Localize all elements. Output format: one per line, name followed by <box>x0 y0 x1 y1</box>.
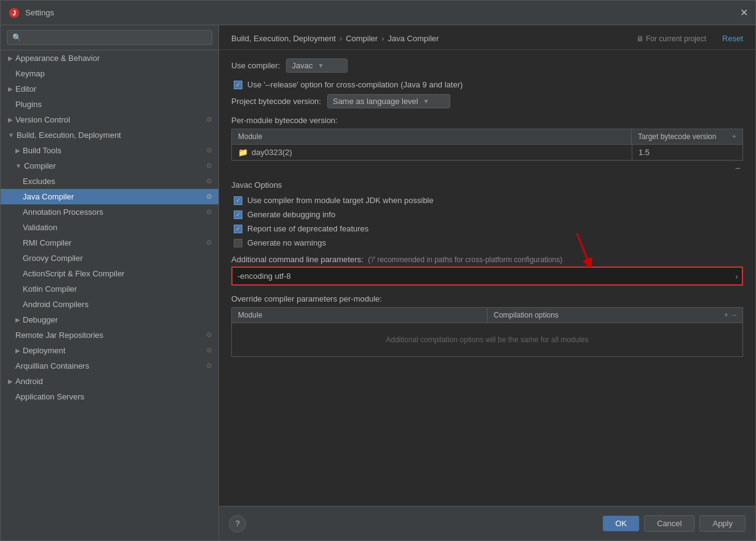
sidebar-item-rmi[interactable]: RMI Compiler ⚙ <box>1 235 218 250</box>
col-version: Target bytecode version + <box>632 129 742 144</box>
sidebar-item-keymap[interactable]: Keymap <box>1 66 218 81</box>
settings-icon: ⚙ <box>206 347 212 355</box>
breadcrumb: Build, Execution, Deployment › Compiler … <box>219 25 755 50</box>
window-title: Settings <box>25 8 54 17</box>
opt1-row: ✓ Use compiler from module target JDK wh… <box>231 196 743 205</box>
expand-arrow: ▶ <box>8 86 13 92</box>
expand-arrow: ▶ <box>8 116 13 123</box>
expand-arrow: ▶ <box>15 316 20 323</box>
sidebar-item-actionscript[interactable]: ActionScript & Flex Compiler <box>1 266 218 281</box>
cmd-params-input[interactable] <box>233 268 735 284</box>
bytecode-row: Project bytecode version: Same as langua… <box>231 94 743 108</box>
opt2-label: Generate debugging info <box>247 210 335 219</box>
panel-content: Use compiler: Javac ▼ ✓ Use '--release' … <box>219 50 755 506</box>
sidebar-item-compiler[interactable]: ▼ Compiler ⚙ <box>1 158 218 174</box>
sidebar-item-version-control[interactable]: ▶ Version Control ⚙ <box>1 112 218 127</box>
expand-arrow: ▶ <box>8 378 13 385</box>
expand-arrow-open: ▼ <box>8 132 14 138</box>
breadcrumb-current: Java Compiler <box>388 34 439 43</box>
module-cell: 📁 day0323(2) <box>232 145 632 160</box>
compiler-select[interactable]: Javac ▼ <box>286 58 348 73</box>
close-button[interactable]: ✕ <box>740 7 748 18</box>
use-compiler-label: Use compiler: <box>231 61 280 70</box>
apply-button[interactable]: Apply <box>699 515 746 532</box>
settings-icon: ⚙ <box>206 239 212 247</box>
opt2-row: ✓ Generate debugging info <box>231 210 743 219</box>
reset-button[interactable]: Reset <box>722 34 743 43</box>
settings-icon: ⚙ <box>206 116 212 124</box>
remove-override-button[interactable]: − <box>732 311 736 319</box>
sidebar-item-plugins[interactable]: Plugins <box>1 97 218 112</box>
chevron-down-icon: ▼ <box>423 98 429 105</box>
sidebar-item-excludes[interactable]: Excludes ⚙ <box>1 174 218 189</box>
ok-button[interactable]: OK <box>603 516 639 531</box>
remove-row-button[interactable]: − <box>733 163 743 174</box>
override-col-options: Compilation options + − <box>488 308 743 323</box>
col-module: Module <box>232 129 632 144</box>
release-option-checkbox[interactable]: ✓ <box>234 81 242 89</box>
expand-arrow: ▶ <box>8 55 13 62</box>
sidebar: ▶ Appearance & Behavior Keymap ▶ Editor … <box>1 25 219 540</box>
breadcrumb-sep2: › <box>381 34 384 43</box>
use-compiler-row: Use compiler: Javac ▼ <box>231 58 743 73</box>
bytecode-select[interactable]: Same as language level ▼ <box>327 94 450 108</box>
search-input[interactable] <box>7 30 212 45</box>
settings-icon: ⚙ <box>206 331 212 339</box>
sidebar-item-kotlin[interactable]: Kotlin Compiler <box>1 281 218 297</box>
sidebar-item-java-compiler[interactable]: Java Compiler ⚙ <box>1 189 218 204</box>
add-override-button[interactable]: + <box>724 311 728 319</box>
sidebar-item-appearance[interactable]: ▶ Appearance & Behavior <box>1 50 218 66</box>
chevron-down-icon: ▼ <box>317 62 324 69</box>
sidebar-item-build-tools[interactable]: ▶ Build Tools ⚙ <box>1 143 218 158</box>
release-option-label: Use '--release' option for cross-compila… <box>247 80 463 89</box>
sidebar-item-build-execution[interactable]: ▼ Build, Execution, Deployment <box>1 127 218 143</box>
sidebar-item-debugger[interactable]: ▶ Debugger <box>1 312 218 327</box>
opt1-checkbox[interactable]: ✓ <box>234 196 242 205</box>
sidebar-item-annotation[interactable]: Annotation Processors ⚙ <box>1 204 218 220</box>
settings-icon: ⚙ <box>206 146 212 154</box>
checkmark-icon: ✓ <box>236 81 241 88</box>
breadcrumb-part1: Build, Execution, Deployment <box>231 34 336 43</box>
cmd-params-header: Additional command line parameters: ('/'… <box>231 255 743 264</box>
override-label: Override compiler parameters per-module: <box>231 294 743 303</box>
opt4-row: Generate no warnings <box>231 238 743 247</box>
opt3-row: ✓ Report use of deprecated features <box>231 224 743 233</box>
sidebar-item-remote-jar[interactable]: Remote Jar Repositories ⚙ <box>1 327 218 343</box>
opt2-checkbox[interactable]: ✓ <box>234 210 242 219</box>
javac-options-title: Javac Options <box>231 180 743 190</box>
cmd-params-label: Additional command line parameters: <box>231 255 364 264</box>
add-row-button[interactable]: + <box>732 132 736 141</box>
opt4-checkbox[interactable] <box>234 239 242 247</box>
version-cell: 1.5 <box>632 145 742 160</box>
svg-text:J: J <box>12 10 16 17</box>
opt3-label: Report use of deprecated features <box>247 224 368 233</box>
sidebar-item-android[interactable]: ▶ Android <box>1 374 218 389</box>
checkmark-icon: ✓ <box>236 197 241 204</box>
override-empty-message: Additional compilation options will be t… <box>232 323 742 356</box>
sidebar-item-groovy[interactable]: Groovy Compiler <box>1 250 218 266</box>
sidebar-item-editor[interactable]: ▶ Editor <box>1 81 218 97</box>
opt3-checkbox[interactable]: ✓ <box>234 225 242 233</box>
override-col-module: Module <box>232 308 488 323</box>
checkmark-icon: ✓ <box>236 211 241 218</box>
override-table: Module Compilation options + − Additiona… <box>231 307 743 357</box>
titlebar: J Settings ✕ <box>1 1 755 25</box>
table-header: Module Target bytecode version + <box>232 129 742 145</box>
sidebar-item-app-servers[interactable]: Application Servers <box>1 389 218 404</box>
cmd-scroll-button[interactable]: › <box>735 271 742 281</box>
app-icon: J <box>8 7 20 19</box>
sidebar-item-deployment[interactable]: ▶ Deployment ⚙ <box>1 343 218 358</box>
sidebar-item-arquillian[interactable]: Arquillian Containers ⚙ <box>1 358 218 374</box>
sidebar-item-validation[interactable]: Validation <box>1 220 218 235</box>
settings-icon: ⚙ <box>206 208 212 216</box>
cancel-button[interactable]: Cancel <box>644 515 694 532</box>
sidebar-item-android-compilers[interactable]: Android Compilers <box>1 297 218 312</box>
per-module-label: Per-module bytecode version: <box>231 116 743 125</box>
table-row: 📁 day0323(2) 1.5 <box>232 145 742 160</box>
folder-icon: 📁 <box>238 148 248 157</box>
breadcrumb-project: 🖥 For current project <box>636 34 706 43</box>
help-button[interactable]: ? <box>229 515 246 532</box>
cmd-params-hint: ('/' recommended in paths for cross-plat… <box>368 255 562 264</box>
settings-icon: ⚙ <box>206 193 212 201</box>
search-box <box>1 25 218 50</box>
